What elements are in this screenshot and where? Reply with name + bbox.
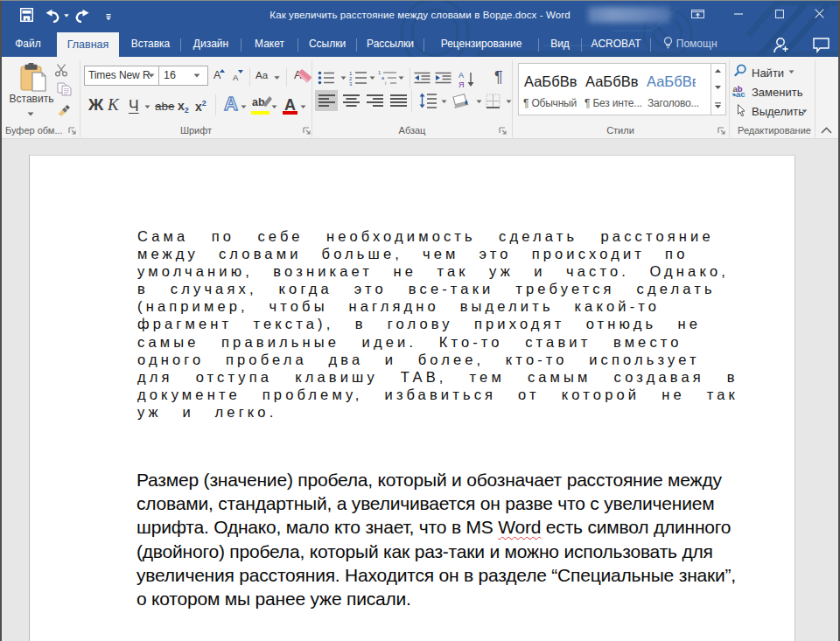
svg-text:Я: Я <box>458 80 465 88</box>
svg-text:ac: ac <box>736 89 746 99</box>
svg-text:i: i <box>385 80 386 86</box>
svg-text:А: А <box>458 71 464 80</box>
svg-text:3: 3 <box>349 81 353 87</box>
svg-text:1: 1 <box>378 70 381 75</box>
